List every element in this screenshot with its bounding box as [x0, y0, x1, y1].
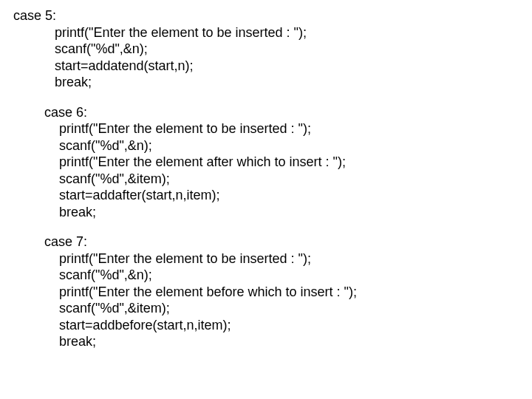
code-line: printf("Enter the element after which to… — [59, 154, 519, 171]
code-line: break; — [55, 74, 519, 91]
code-line: scanf("%d",&n); — [59, 137, 519, 154]
code-line: start=addbefore(start,n,item); — [59, 317, 519, 334]
code-line: printf("Enter the element to be inserted… — [59, 250, 519, 267]
code-line: start=addatend(start,n); — [55, 58, 519, 75]
case-label-5: case 5: — [13, 7, 519, 24]
code-line: break; — [59, 333, 519, 350]
code-line: printf("Enter the element to be inserted… — [55, 24, 519, 41]
case-label-7: case 7: — [13, 233, 519, 250]
code-line: start=addafter(start,n,item); — [59, 187, 519, 204]
code-line: printf("Enter the element before which t… — [59, 284, 519, 301]
code-line: scanf("%d",&item); — [59, 171, 519, 188]
code-line: printf("Enter the element to be inserted… — [59, 120, 519, 137]
code-listing: case 5: printf("Enter the element to be … — [13, 7, 519, 350]
case-label-6: case 6: — [13, 104, 519, 121]
code-line: scanf("%d",&n); — [55, 41, 519, 58]
code-line: scanf("%d",&item); — [59, 300, 519, 317]
code-line: scanf("%d",&n); — [59, 267, 519, 284]
code-line: break; — [59, 204, 519, 221]
